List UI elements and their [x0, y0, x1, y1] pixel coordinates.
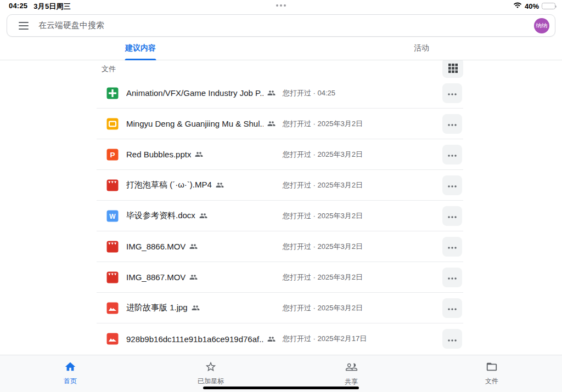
file-row[interactable]: W毕设参考资料.docx您打开过 · 2025年3月2日: [97, 201, 463, 231]
tab-label: 活动: [414, 43, 429, 53]
svg-text:P: P: [110, 151, 115, 159]
file-name: Red Bubbles.pptx: [126, 150, 191, 159]
shared-people-icon: [189, 273, 198, 281]
file-more-actions-button[interactable]: [442, 175, 462, 195]
account-avatar[interactable]: 纳纳: [534, 18, 549, 33]
shared-people-icon: [267, 335, 276, 343]
more-dots-icon: [448, 335, 457, 343]
status-bar: 04:25 3月5日周三 40%: [0, 0, 562, 12]
file-meta: 您打开过 · 2025年3月2日: [283, 303, 363, 313]
file-more-actions-button[interactable]: [442, 114, 462, 134]
more-dots-icon: [448, 120, 457, 128]
tab-suggested[interactable]: 建议内容: [0, 37, 281, 60]
file-row[interactable]: Mingyu Deng & Guanjiing Mu & Shul...您打开过…: [97, 109, 463, 139]
menu-hamburger-icon[interactable]: [15, 18, 32, 34]
more-dots-icon: [448, 181, 457, 189]
file-name: 毕设参考资料.docx: [126, 211, 195, 221]
file-type-powerpoint-icon: P: [106, 148, 119, 161]
file-name: 打泡泡草稿 (´·ω·`).MP4: [126, 180, 212, 190]
battery-percent-label: 40%: [525, 2, 539, 10]
tab-activity[interactable]: 活动: [281, 37, 562, 60]
file-row[interactable]: 928b9b16dc111e91b1a6ce919d76af...您打开过 · …: [97, 323, 463, 354]
shared-people-icon: [199, 212, 207, 220]
file-meta: 您打开过 · 2025年3月2日: [283, 211, 363, 221]
file-type-image-icon: [106, 302, 119, 315]
file-row[interactable]: IMG_8866.MOV您打开过 · 2025年3月2日: [97, 231, 463, 262]
status-date: 3月5日周三: [33, 2, 71, 12]
svg-text:W: W: [109, 212, 116, 220]
home-indicator[interactable]: [203, 387, 359, 389]
file-type-video-icon: [106, 271, 119, 284]
file-name: 928b9b16dc111e91b1a6ce919d76af...: [126, 334, 263, 344]
file-row[interactable]: IMG_8867.MOV您打开过 · 2025年3月2日: [97, 262, 463, 293]
file-meta: 您打开过 · 2025年3月2日: [283, 242, 363, 252]
more-dots-icon: [448, 212, 457, 220]
shared-people-icon: [189, 242, 198, 251]
file-more-actions-button[interactable]: [442, 298, 462, 318]
file-type-word-icon: W: [106, 209, 119, 223]
file-row[interactable]: 进阶故事版 1.jpg您打开过 · 2025年3月2日: [97, 293, 463, 323]
file-type-video-icon: [106, 240, 119, 253]
tab-label: 建议内容: [125, 43, 156, 53]
nav-item-files[interactable]: 文件: [422, 355, 562, 392]
nav-item-home[interactable]: 首页: [0, 355, 140, 392]
main-content: 文件 Animation/VFX/Game Industry Job P...您…: [97, 60, 463, 355]
file-more-actions-button[interactable]: [442, 268, 462, 287]
nav-label: 文件: [485, 377, 498, 386]
people-icon: [345, 361, 358, 376]
grid-view-toggle-button[interactable]: [442, 60, 463, 78]
file-more-actions-button[interactable]: [442, 145, 462, 164]
star-icon: [205, 361, 217, 375]
file-row[interactable]: Animation/VFX/Game Industry Job P...您打开过…: [97, 78, 463, 109]
file-type-image-icon: [106, 332, 119, 345]
file-meta: 您打开过 · 2025年3月2日: [283, 150, 363, 160]
more-dots-icon: [448, 242, 457, 251]
file-name: Mingyu Deng & Guanjiing Mu & Shul...: [126, 119, 263, 128]
shared-people-icon: [192, 304, 200, 312]
more-dots-icon: [448, 89, 457, 97]
file-type-slides-icon: [106, 117, 119, 130]
search-input[interactable]: 在云端硬盘中搜索: [38, 20, 534, 31]
multitask-dots-icon: [276, 4, 286, 7]
folder-icon: [486, 361, 498, 375]
wifi-icon: [513, 2, 522, 10]
shared-people-icon: [267, 120, 276, 128]
file-more-actions-button[interactable]: [442, 237, 462, 257]
more-dots-icon: [448, 304, 457, 312]
file-name: IMG_8867.MOV: [126, 272, 186, 282]
file-row[interactable]: 打泡泡草稿 (´·ω·`).MP4您打开过 · 2025年3月2日: [97, 170, 463, 201]
search-bar[interactable]: 在云端硬盘中搜索 纳纳: [7, 14, 555, 37]
more-dots-icon: [448, 273, 457, 281]
battery-icon: [542, 3, 555, 9]
shared-people-icon: [195, 150, 203, 158]
nav-label: 已加星标: [198, 377, 224, 386]
home-icon: [64, 361, 76, 375]
file-type-sheets-icon: [106, 87, 119, 100]
shared-people-icon: [216, 181, 224, 189]
file-type-video-icon: [106, 179, 119, 192]
nav-label: 首页: [64, 377, 77, 386]
file-meta: 您打开过 · 2025年3月2日: [283, 272, 363, 282]
file-meta: 您打开过 · 2025年3月2日: [283, 119, 363, 129]
grid-icon: [448, 64, 458, 73]
file-more-actions-button[interactable]: [442, 329, 462, 349]
file-meta: 您打开过 · 2025年2月17日: [283, 334, 367, 344]
file-name: IMG_8866.MOV: [126, 242, 186, 251]
file-more-actions-button[interactable]: [442, 206, 462, 226]
shared-people-icon: [267, 89, 276, 97]
nav-label: 共享: [345, 377, 358, 387]
file-more-actions-button[interactable]: [442, 83, 462, 103]
file-meta: 您打开过 · 04:25: [283, 88, 335, 98]
file-name: 进阶故事版 1.jpg: [126, 303, 188, 313]
file-meta: 您打开过 · 2025年3月2日: [283, 180, 363, 190]
tab-bar: 建议内容活动: [0, 37, 562, 60]
section-title: 文件: [102, 64, 116, 74]
file-list: Animation/VFX/Game Industry Job P...您打开过…: [97, 78, 463, 354]
file-name: Animation/VFX/Game Industry Job P...: [126, 88, 263, 98]
more-dots-icon: [448, 150, 457, 158]
status-time: 04:25: [9, 2, 27, 12]
section-header: 文件: [97, 60, 463, 78]
file-row[interactable]: PRed Bubbles.pptx您打开过 · 2025年3月2日: [97, 139, 463, 170]
